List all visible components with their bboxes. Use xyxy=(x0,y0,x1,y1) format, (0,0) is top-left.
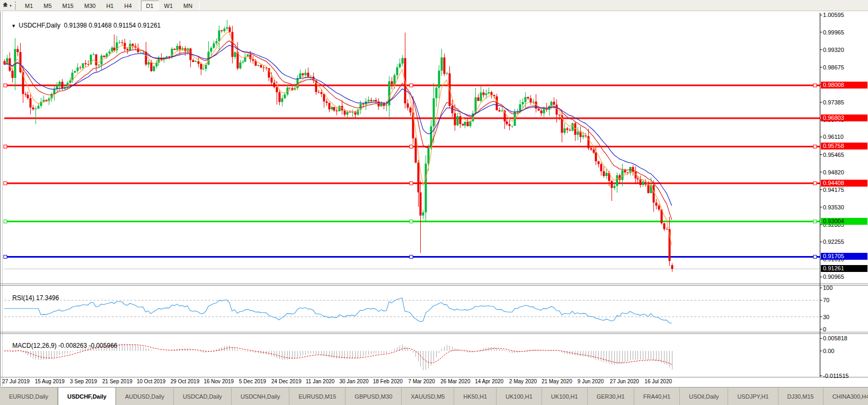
tab-eurusd-daily[interactable]: EURUSD,Daily xyxy=(0,388,58,405)
chart-canvas[interactable] xyxy=(0,0,868,387)
time-axis-label[interactable]: 2 May 2020 xyxy=(509,378,537,384)
candle-body xyxy=(656,202,658,206)
time-axis-label[interactable]: 5 Dec 2019 xyxy=(239,378,266,384)
tab-usdjpy-h1[interactable]: USDJPY,H1 xyxy=(728,388,778,405)
hline-marker[interactable] xyxy=(410,84,413,87)
tab-usoil-daily[interactable]: USOil,Daily xyxy=(680,388,728,405)
symbol-dropdown-icon[interactable]: ▼ xyxy=(11,23,16,29)
hline-marker[interactable] xyxy=(4,255,7,258)
hline-marker[interactable] xyxy=(410,182,413,185)
timeframe-button-mn[interactable]: MN xyxy=(178,1,198,11)
timeframe-button-m30[interactable]: M30 xyxy=(79,1,101,11)
time-axis-label[interactable]: 30 Jan 2020 xyxy=(339,378,368,384)
time-axis-label[interactable]: 3 Sep 2019 xyxy=(70,378,97,384)
time-axis-label[interactable]: 10 Oct 2019 xyxy=(137,378,165,384)
tab-xauusd-m5[interactable]: XAUUSD,M5 xyxy=(402,388,454,405)
timeframe-button-h4[interactable]: H4 xyxy=(119,1,137,11)
hline-marker[interactable] xyxy=(813,255,817,258)
chart-tools-icon[interactable]: ▾ xyxy=(0,1,14,11)
timeframe-button-m15[interactable]: M15 xyxy=(57,1,79,11)
candle-body xyxy=(32,108,34,109)
candle-body xyxy=(375,100,377,102)
time-axis-label[interactable]: 29 Oct 2019 xyxy=(171,378,199,384)
tab-usdchf-daily[interactable]: USDCHF,Daily xyxy=(58,387,116,405)
time-axis-label[interactable]: 18 Feb 2020 xyxy=(373,378,403,384)
candle-body xyxy=(260,65,262,68)
candle-body xyxy=(506,121,508,124)
time-axis-label[interactable]: 9 Jun 2020 xyxy=(578,378,604,384)
candle-body xyxy=(632,167,634,172)
candle-body xyxy=(663,223,666,229)
candle-body xyxy=(624,170,626,172)
time-axis-label[interactable]: 7 Mar 2020 xyxy=(408,378,435,384)
candle-body xyxy=(119,42,121,43)
candle-body xyxy=(132,44,134,46)
hline-marker[interactable] xyxy=(4,145,7,148)
tab-hk50-h1[interactable]: HK50,H1 xyxy=(454,388,497,405)
candle-body xyxy=(530,98,532,102)
time-axis-label[interactable]: 27 Jul 2019 xyxy=(2,378,30,384)
hline-marker[interactable] xyxy=(410,220,413,223)
tab-dj30-m15[interactable]: DJ30,M15 xyxy=(778,388,823,405)
hline-marker[interactable] xyxy=(4,84,7,87)
hline-marker[interactable] xyxy=(4,182,7,185)
hline-marker[interactable] xyxy=(813,182,817,185)
price-tick-label: 0.90965 xyxy=(823,274,844,280)
candle-body xyxy=(213,43,215,48)
timeframe-button-w1[interactable]: W1 xyxy=(159,1,179,11)
time-axis-label[interactable]: 21 Sep 2019 xyxy=(102,378,132,384)
candle-body xyxy=(603,171,605,176)
candle-body xyxy=(402,58,404,64)
rsi-indicator-label: RSI(14) 17.3496 xyxy=(5,287,59,309)
candle-body xyxy=(30,98,32,108)
candle-body xyxy=(61,82,64,89)
hline-marker[interactable] xyxy=(4,220,7,223)
time-axis-label[interactable]: 14 Apr 2020 xyxy=(475,378,503,384)
hline-marker[interactable] xyxy=(410,145,413,148)
hline-price-label: 0.94408 xyxy=(821,180,867,187)
tab-usdcad-daily[interactable]: USDCAD,Daily xyxy=(174,388,232,405)
tab-china300-h4[interactable]: CHINA300,H4 xyxy=(823,388,868,405)
tab-uk100-h1[interactable]: UK100,H1 xyxy=(542,388,588,405)
time-axis-label[interactable]: 27 Jun 2020 xyxy=(610,378,639,384)
candle-body xyxy=(240,63,242,68)
toolbar-grip[interactable] xyxy=(15,2,17,10)
time-axis-label[interactable]: 16 Nov 2019 xyxy=(203,378,234,384)
candle-body xyxy=(140,52,142,52)
timeframe-button-m5[interactable]: M5 xyxy=(38,1,57,11)
chart-tabs: EURUSD,DailyUSDCHF,DailyAUDUSD,DailyUSDC… xyxy=(0,388,868,405)
macd-name: MACD(12,26,9) xyxy=(12,342,56,349)
hline-marker[interactable] xyxy=(813,145,817,148)
tab-usdcnh-daily[interactable]: USDCNH,Daily xyxy=(232,388,290,405)
price-tick-label: 0.96110 xyxy=(823,134,844,140)
hline-marker[interactable] xyxy=(813,220,817,223)
tab-gbpusd-m30[interactable]: GBPUSD,M30 xyxy=(346,388,402,405)
macd-scale-label: -0.011515 xyxy=(823,373,849,379)
candle-body xyxy=(150,62,153,71)
candle-body xyxy=(216,41,218,43)
time-axis-label[interactable]: 15 Aug 2019 xyxy=(35,378,65,384)
tab-audusd-daily[interactable]: AUDUSD,Daily xyxy=(116,388,174,405)
candle-body xyxy=(331,107,333,109)
time-axis-label[interactable]: 16 Jul 2020 xyxy=(644,378,672,384)
timeframe-button-h1[interactable]: H1 xyxy=(101,1,119,11)
candle-body xyxy=(82,63,84,68)
price-tick-label: 0.97385 xyxy=(823,99,844,105)
timeframe-button-d1[interactable]: D1 xyxy=(141,1,159,11)
tab-ger30-h1[interactable]: GER30,H1 xyxy=(588,388,634,405)
candle-body xyxy=(234,52,236,57)
hline-marker[interactable] xyxy=(813,84,817,87)
tab-eurusd-m15[interactable]: EURUSD,M15 xyxy=(289,388,346,405)
candle-body xyxy=(17,49,19,52)
tab-fra40-h1[interactable]: FRA40,H1 xyxy=(634,388,680,405)
time-axis-label[interactable]: 26 Mar 2020 xyxy=(440,378,470,384)
time-axis-label[interactable]: 24 Dec 2019 xyxy=(271,378,302,384)
timeframe-button-m1[interactable]: M1 xyxy=(20,1,38,11)
chart-background[interactable] xyxy=(0,11,868,387)
time-axis-label[interactable]: 11 Jan 2020 xyxy=(306,378,334,384)
time-axis-label[interactable]: 21 May 2020 xyxy=(542,378,572,384)
tab-uk100-h1[interactable]: UK100,H1 xyxy=(497,388,542,405)
macd-indicator-label: MACD(12,26,9) -0.008263 -0.005966 xyxy=(5,334,118,357)
hline-marker[interactable] xyxy=(410,255,413,258)
candle-body xyxy=(425,164,427,213)
